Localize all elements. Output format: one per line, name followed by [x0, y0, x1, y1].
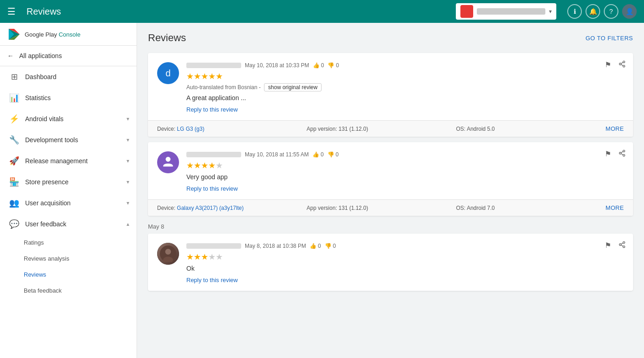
info-button[interactable]: ℹ — [567, 4, 582, 19]
sidebar-item-android-vitals[interactable]: ⚡ Android vitals ▾ — [0, 108, 137, 129]
header-icons: ℹ 🔔 ? 👤 — [567, 4, 637, 19]
sidebar-item-release-management[interactable]: 🚀 Release management ▾ — [0, 150, 137, 171]
sidebar-item-user-acquisition[interactable]: 👥 User acquisition ▾ — [0, 192, 137, 214]
share-icon-3[interactable] — [618, 241, 626, 250]
show-original-button-1[interactable]: show original review — [264, 83, 322, 91]
app-selector[interactable]: ▾ — [456, 3, 556, 20]
review-body-2: May 10, 2018 at 11:55 AM 👍 0 👎 0 ★★★★★ — [148, 142, 633, 199]
app-version-value-1: 131 (1.12.0) — [338, 126, 368, 132]
os-value-2: Android 7.0 — [467, 205, 495, 211]
sidebar-label-store-presence: Store presence — [25, 178, 121, 186]
svg-line-22 — [621, 243, 623, 244]
main-layout: Google Play Console ← All applications ⊞… — [0, 23, 644, 358]
go-to-filters-button[interactable]: GO TO FILTERS — [586, 35, 633, 42]
sidebar-item-store-presence[interactable]: 🏪 Store presence ▾ — [0, 171, 137, 192]
svg-line-8 — [621, 62, 623, 64]
review-card-3: May 8, 2018 at 10:38 PM 👍 0 👎 0 ★★★★★ — [148, 234, 633, 291]
svg-point-20 — [623, 246, 625, 248]
date-section-may8: May 8 — [148, 223, 633, 230]
menu-icon[interactable]: ☰ — [7, 6, 16, 17]
help-button[interactable]: ? — [604, 4, 618, 19]
user-acquisition-icon: 👥 — [9, 198, 20, 208]
reply-link-3[interactable]: Reply to this review — [186, 277, 624, 283]
sidebar: Google Play Console ← All applications ⊞… — [0, 23, 137, 358]
page-header: Reviews GO TO FILTERS — [148, 32, 633, 44]
sidebar-label-statistics: Statistics — [25, 94, 129, 102]
review-content-1: May 10, 2018 at 10:33 PM 👍 0 👎 0 ★★★★★ — [186, 62, 624, 113]
thumbsdown-icon-2: 👎 — [327, 151, 334, 158]
reviews-analysis-label: Reviews analysis — [24, 255, 69, 262]
svg-point-9 — [166, 157, 171, 162]
app-name-blur — [477, 8, 545, 15]
flag-icon-1[interactable]: ⚑ — [605, 60, 611, 69]
user-avatar[interactable]: 👤 — [622, 4, 637, 19]
review-thumbsdown-2: 👎 0 — [327, 151, 339, 158]
thumbsup-icon-1: 👍 — [313, 62, 320, 69]
reply-link-2[interactable]: Reply to this review — [186, 185, 624, 192]
review-meta-2: May 10, 2018 at 11:55 AM 👍 0 👎 0 — [186, 151, 624, 158]
flag-icon-2[interactable]: ⚑ — [605, 150, 611, 159]
review-footer-1: Device: LG G3 (g3) App version: 131 (1.1… — [148, 120, 633, 137]
back-arrow-icon: ← — [7, 52, 14, 59]
review-avatar-2 — [157, 151, 179, 173]
sidebar-item-development-tools[interactable]: 🔧 Development tools ▾ — [0, 129, 137, 150]
sidebar-item-reviews[interactable]: Reviews — [0, 267, 137, 283]
sidebar-label-user-acquisition: User acquisition — [25, 199, 121, 207]
reply-link-1[interactable]: Reply to this review — [186, 106, 624, 113]
svg-point-4 — [623, 61, 625, 63]
sidebar-item-ratings[interactable]: Ratings — [0, 235, 137, 251]
app-version-value-2: 131 (1.12.0) — [338, 205, 368, 211]
review-device-value-1[interactable]: LG G3 (g3) — [177, 126, 204, 132]
review-actions-2: ⚑ — [605, 150, 626, 159]
review-text-2: Very good app — [186, 173, 624, 181]
review-footer-2: Device: Galaxy A3(2017) (a3y17lte) App v… — [148, 199, 633, 216]
svg-line-13 — [621, 154, 623, 155]
reviews-label: Reviews — [24, 271, 46, 278]
chevron-user-feedback-icon: ▴ — [127, 221, 129, 227]
review-body-1: d May 10, 2018 at 10:33 PM 👍 0 👎 0 — [148, 53, 633, 120]
review-device-value-2[interactable]: Galaxy A3(2017) (a3y17lte) — [177, 205, 243, 211]
beta-feedback-label: Beta feedback — [24, 287, 62, 294]
back-label: All applications — [19, 52, 62, 59]
sidebar-label-android-vitals: Android vitals — [25, 115, 121, 123]
review-avatar-1: d — [157, 62, 179, 84]
review-thumbsdown-1: 👎 0 — [327, 62, 339, 69]
chevron-android-vitals-icon: ▾ — [127, 116, 129, 122]
svg-line-21 — [621, 245, 623, 246]
sidebar-item-dashboard[interactable]: ⊞ Dashboard — [0, 66, 137, 87]
development-tools-icon: 🔧 — [9, 135, 20, 145]
more-button-1[interactable]: MORE — [606, 125, 624, 132]
sidebar-label-dashboard: Dashboard — [25, 73, 129, 80]
review-thumbsup-1: 👍 0 — [313, 62, 324, 69]
sidebar-item-statistics[interactable]: 📊 Statistics — [0, 87, 137, 108]
review-date-2: May 10, 2018 at 11:55 AM — [245, 151, 309, 158]
review-meta-3: May 8, 2018 at 10:38 PM 👍 0 👎 0 — [186, 243, 624, 249]
review-thumbsup-3: 👍 0 — [310, 243, 321, 249]
sidebar-item-user-feedback[interactable]: 💬 User feedback ▴ — [0, 214, 137, 235]
release-management-icon: 🚀 — [9, 156, 20, 166]
sidebar-item-beta-feedback[interactable]: Beta feedback — [0, 283, 137, 299]
share-icon-2[interactable] — [618, 150, 626, 159]
share-icon-1[interactable] — [618, 60, 626, 69]
svg-point-10 — [623, 150, 625, 152]
review-translation-1: Auto-translated from Bosnian - show orig… — [186, 83, 624, 91]
review-stars-1: ★★★★★ — [186, 71, 624, 81]
flag-icon-3[interactable]: ⚑ — [605, 241, 611, 250]
review-text-3: Ok — [186, 265, 624, 272]
review-username-3 — [186, 243, 241, 249]
thumbsup-icon-2: 👍 — [312, 151, 319, 158]
review-os-2: OS: Android 7.0 — [456, 205, 606, 211]
review-actions-1: ⚑ — [605, 60, 626, 69]
review-username-1 — [186, 63, 241, 68]
chevron-down-icon: ▾ — [549, 8, 552, 15]
svg-line-14 — [621, 151, 623, 153]
chevron-store-presence-icon: ▾ — [127, 179, 129, 185]
back-to-all-apps[interactable]: ← All applications — [0, 46, 137, 66]
svg-point-11 — [619, 152, 621, 154]
sidebar-item-reviews-analysis[interactable]: Reviews analysis — [0, 251, 137, 267]
review-avatar-3 — [157, 243, 179, 265]
notifications-button[interactable]: 🔔 — [586, 4, 600, 19]
sidebar-logo: Google Play Console — [0, 23, 137, 46]
more-button-2[interactable]: MORE — [606, 204, 624, 211]
review-date-3: May 8, 2018 at 10:38 PM — [245, 243, 306, 249]
